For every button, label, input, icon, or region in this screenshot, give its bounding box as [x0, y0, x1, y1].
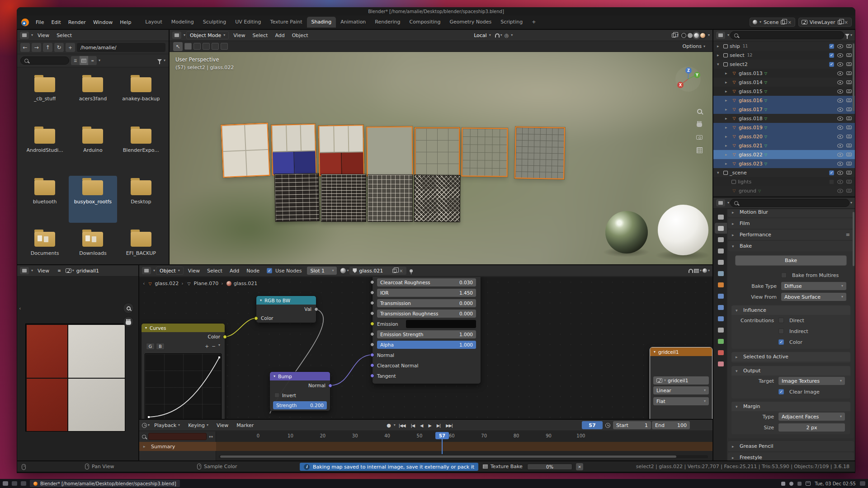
output-socket[interactable] [314, 307, 318, 311]
next-keyframe-button[interactable]: ▶| [434, 422, 443, 429]
object-name[interactable]: ground [739, 188, 756, 194]
outliner-row[interactable]: ▸ glass.020 ▽ [713, 132, 855, 141]
outliner-row[interactable]: ▸ glass.021 ▽ [713, 141, 855, 150]
channel-button[interactable]: G [146, 343, 155, 350]
browse-material-icon[interactable] [340, 268, 346, 273]
breadcrumb-item[interactable]: › glass.022 [147, 281, 179, 286]
outliner-row[interactable]: ▸ glass.016 ▽ [713, 96, 855, 105]
disclosure-triangle-icon[interactable]: ▸ [143, 444, 148, 449]
tray-icon[interactable] [797, 482, 802, 486]
play-reverse-button[interactable]: ◀ [418, 422, 425, 429]
outliner-row[interactable]: ▸ glass.023 ▽ [713, 159, 855, 168]
playhead-line[interactable] [442, 438, 443, 454]
hide-in-viewport-eye-icon[interactable] [837, 180, 843, 184]
folder-item[interactable]: _cb_stuff [21, 73, 69, 120]
grid-view-gizmo[interactable] [694, 145, 704, 155]
workspace-tab[interactable]: Shading [307, 17, 336, 28]
editor-type-icon[interactable] [716, 32, 725, 39]
disclosure-triangle-icon[interactable]: ▾ [717, 170, 722, 175]
hide-in-viewport-eye-icon[interactable] [837, 71, 843, 75]
disclosure-triangle-icon[interactable]: ▾ [717, 62, 722, 66]
presets-icon[interactable]: ≡ [846, 232, 850, 238]
blender-logo-icon[interactable] [21, 19, 29, 26]
image-editor-view-menu[interactable]: View [34, 267, 53, 275]
gizmo-x-axis[interactable]: X [677, 82, 684, 88]
brick-panel[interactable] [274, 173, 320, 222]
active-tool-icon[interactable]: ↖ [173, 42, 183, 51]
menus-overflow-icon[interactable]: ≡ [54, 267, 65, 274]
exclude-checkbox[interactable] [829, 62, 834, 67]
select-mode-intersect-icon[interactable] [221, 43, 228, 50]
output-socket[interactable] [328, 384, 332, 388]
object-data-icon[interactable] [715, 336, 727, 347]
back-button[interactable]: ← [20, 43, 30, 52]
image-preview[interactable] [25, 324, 125, 432]
use-nodes-checkbox[interactable] [267, 268, 272, 273]
strength-slider[interactable]: Strength0.200 [273, 401, 327, 409]
object-name[interactable]: glass.020 [739, 134, 763, 140]
brick-panel[interactable] [414, 175, 461, 222]
chevron-down-icon[interactable]: ▾ [394, 423, 396, 427]
hide-in-viewport-eye-icon[interactable] [837, 89, 843, 94]
folder-item[interactable]: AndroidStudi... [21, 124, 69, 171]
summary-channel-row[interactable]: ▸Summary [139, 442, 712, 451]
workspace-tab[interactable]: Rendering [370, 17, 405, 28]
material-preview-shading-icon[interactable] [694, 33, 699, 38]
show-desktop-icon[interactable] [3, 481, 8, 486]
disclosure-triangle-icon[interactable]: ▸ [725, 143, 730, 148]
folder-item[interactable]: Arduino [69, 124, 117, 171]
input-socket[interactable] [370, 301, 374, 305]
object-name[interactable]: select2 [730, 61, 748, 67]
input-socket[interactable] [370, 353, 374, 357]
marker-menu[interactable]: Marker [233, 421, 257, 430]
node-principled-bsdf[interactable]: Clearcoat Roughness Clearcoat Roughness0… [372, 277, 481, 384]
zoom-out-icon[interactable]: − [212, 343, 216, 349]
filter-icon[interactable] [157, 59, 162, 62]
taskbar-window-button[interactable]: Blender* [/home/amalie/Desktop/blender/s… [30, 480, 180, 487]
outliner-row[interactable]: ▸ glass.017 ▽ [713, 105, 855, 114]
object-name[interactable]: glass.022 [739, 152, 763, 158]
viewport-canvas[interactable]: User Perspective (57) select2 | glass.02… [170, 52, 712, 264]
view-menu[interactable]: View [213, 421, 232, 430]
file-browser-menu[interactable]: Select [53, 31, 75, 40]
path-field[interactable]: /home/amalie/ [77, 43, 165, 52]
object-name[interactable]: glass.019 [739, 125, 763, 131]
disable-in-renders-camera-icon[interactable] [846, 99, 852, 102]
outliner-row[interactable]: ▸ glass.014 ▽ [713, 78, 855, 87]
search-input[interactable] [20, 56, 69, 65]
node-rgb-to-bw[interactable]: ▾RGB to BW Val Color [256, 296, 316, 323]
snap-magnet-icon[interactable] [495, 33, 500, 38]
viewlayer-selector[interactable]: ViewLayer × [798, 18, 852, 27]
chevron-down-icon[interactable]: ▾ [72, 269, 74, 272]
disable-in-renders-camera-icon[interactable] [846, 80, 852, 84]
disable-in-renders-camera-icon[interactable] [846, 53, 852, 57]
pan-gizmo[interactable] [123, 316, 134, 327]
exclude-checkbox[interactable] [829, 53, 834, 58]
exclude-checkbox[interactable] [829, 179, 834, 184]
transform-orientation-dropdown[interactable]: Local▾ [471, 31, 494, 39]
up-directory-button[interactable]: ↑ [43, 43, 52, 52]
disable-in-renders-camera-icon[interactable] [846, 126, 852, 129]
folder-item[interactable]: anakey-backup [117, 73, 165, 120]
gizmo-z-axis[interactable]: Z [685, 67, 692, 74]
disclosure-triangle-icon[interactable]: ▸ [725, 89, 730, 94]
tile-panel[interactable] [318, 125, 364, 176]
navigation-gizmo[interactable]: Z Y X [675, 66, 701, 92]
chevron-down-icon[interactable]: ▾ [511, 33, 513, 37]
folder-item[interactable]: bluetooth [21, 176, 69, 223]
playback-menu[interactable]: Playback▾ [151, 421, 184, 430]
workspace-tab[interactable]: Scripting [496, 17, 527, 28]
render-icon[interactable] [715, 223, 727, 234]
viewport-menu[interactable]: Add [271, 31, 288, 40]
workspace-tab[interactable]: Modeling [167, 17, 198, 28]
forward-button[interactable]: → [32, 43, 41, 52]
tile-panel[interactable] [271, 124, 317, 176]
collapse-node-icon[interactable]: ▾ [145, 326, 147, 330]
disable-in-renders-camera-icon[interactable] [846, 89, 852, 93]
hide-in-viewport-eye-icon[interactable] [837, 171, 843, 175]
chevron-down-icon[interactable]: ▾ [700, 269, 702, 272]
filter-icon[interactable] [845, 34, 849, 37]
folder-item[interactable]: BlenderExpo... [117, 124, 165, 171]
properties-options-icon[interactable]: ▾ [850, 201, 852, 205]
playhead-frame-label[interactable]: 57 [435, 432, 449, 439]
